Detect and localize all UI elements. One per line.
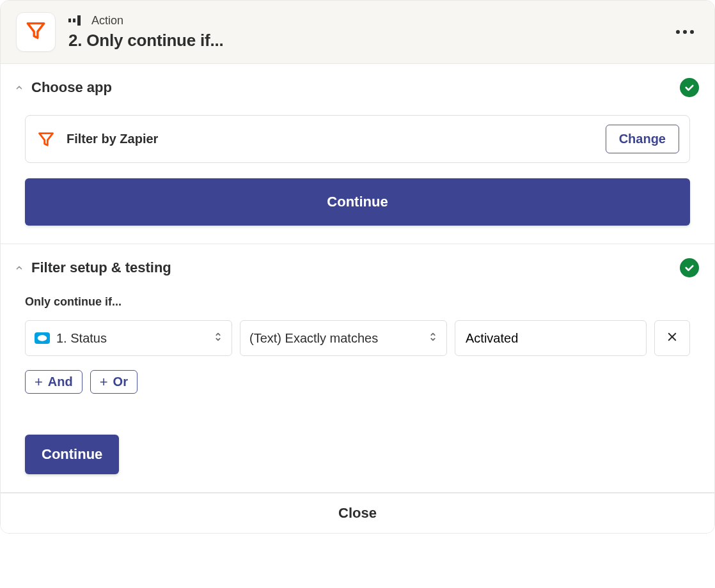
section-choose-app: Choose app Filter by Zapier Change Conti… [1, 64, 714, 244]
remove-rule-button[interactable] [654, 320, 690, 356]
plus-icon: + [100, 375, 108, 389]
plus-icon: + [35, 375, 43, 389]
add-or-button[interactable]: + Or [90, 370, 138, 394]
more-menu-button[interactable] [673, 26, 696, 38]
section-choose-app-status [680, 78, 699, 97]
filter-icon [25, 20, 47, 44]
section-filter-setup-title: Filter setup & testing [31, 259, 171, 276]
svg-rect-2 [77, 15, 81, 26]
select-caret-icon [214, 331, 223, 346]
editor-header: Action 2. Only continue if... [1, 1, 714, 64]
add-or-label: Or [113, 375, 128, 389]
chosen-app-name: Filter by Zapier [67, 132, 158, 146]
filter-continue-button[interactable]: Continue [25, 435, 119, 474]
section-filter-setup: Filter setup & testing Only continue if.… [1, 244, 714, 493]
action-step-editor: Action 2. Only continue if... Choose app [0, 0, 715, 534]
action-step-icon [68, 14, 85, 27]
header-title: 2. Only continue if... [68, 31, 224, 50]
section-filter-setup-header[interactable]: Filter setup & testing [1, 244, 714, 277]
rule-field-select[interactable]: 1. Status [25, 320, 232, 356]
rule-condition-value: (Text) Exactly matches [249, 331, 378, 346]
section-choose-app-header[interactable]: Choose app [1, 64, 714, 97]
close-label: Close [338, 505, 377, 521]
svg-rect-1 [73, 19, 75, 22]
salesforce-icon [35, 332, 50, 344]
section-filter-setup-status [680, 258, 699, 277]
filter-icon [36, 129, 56, 150]
close-icon [666, 330, 678, 346]
rule-value-field[interactable] [464, 330, 637, 346]
rule-condition-select[interactable]: (Text) Exactly matches [240, 320, 447, 356]
section-choose-app-title: Choose app [31, 79, 112, 96]
rule-field-value: 1. Status [56, 331, 107, 346]
check-icon [680, 258, 699, 277]
filter-field-label: Only continue if... [25, 295, 690, 309]
add-and-button[interactable]: + And [25, 370, 82, 394]
add-and-label: And [48, 375, 73, 389]
rule-value-input[interactable] [455, 320, 647, 356]
svg-point-3 [38, 335, 47, 341]
chevron-up-icon [12, 263, 26, 272]
header-kicker: Action [91, 15, 123, 26]
svg-rect-0 [68, 19, 71, 22]
chevron-up-icon [12, 83, 26, 92]
check-icon [680, 78, 699, 97]
close-button[interactable]: Close [1, 493, 714, 533]
app-logo-tile [16, 12, 56, 52]
change-app-button[interactable]: Change [606, 125, 679, 153]
filter-rule-row: 1. Status (Text) Exactly matches [25, 320, 690, 356]
chosen-app-row: Filter by Zapier Change [25, 115, 690, 163]
choose-app-continue-button[interactable]: Continue [25, 178, 690, 226]
select-caret-icon [428, 331, 437, 346]
